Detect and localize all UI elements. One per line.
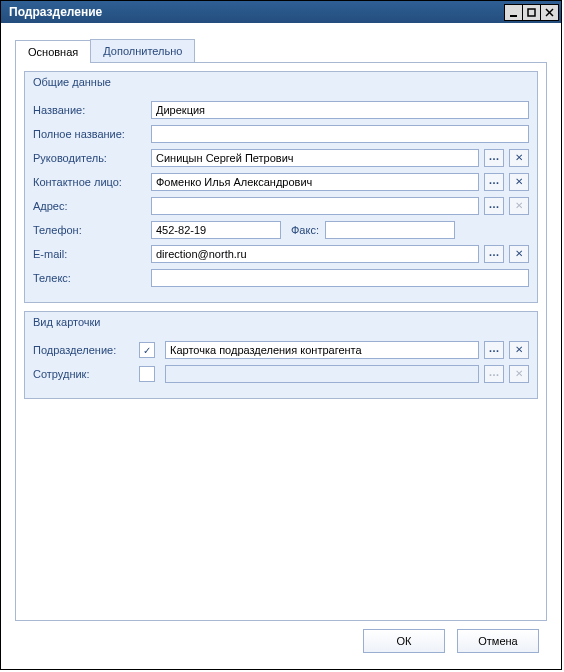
label-telex: Телекс:: [33, 272, 145, 284]
row-card-department: Подразделение:: [33, 338, 529, 362]
svg-rect-0: [510, 15, 517, 17]
row-contact: Контактное лицо:: [33, 170, 529, 194]
input-address[interactable]: [151, 197, 479, 215]
group-card-title: Вид карточки: [33, 316, 100, 328]
cancel-button[interactable]: Отмена: [457, 629, 539, 653]
lookup-card-employee-button: [484, 365, 504, 383]
lookup-head-button[interactable]: [484, 149, 504, 167]
clear-head-button[interactable]: [509, 149, 529, 167]
lookup-email-button[interactable]: [484, 245, 504, 263]
lookup-card-department-button[interactable]: [484, 341, 504, 359]
client-area: Основная Дополнительно Общие данные Назв…: [1, 23, 561, 669]
svg-rect-1: [528, 9, 535, 16]
lookup-contact-button[interactable]: [484, 173, 504, 191]
input-fax[interactable]: [325, 221, 455, 239]
group-card: Вид карточки Подразделение: Сотрудник:: [24, 311, 538, 399]
minimize-button[interactable]: [504, 4, 523, 21]
row-card-employee: Сотрудник:: [33, 362, 529, 386]
button-bar: ОК Отмена: [9, 621, 553, 661]
label-name: Название:: [33, 104, 145, 116]
row-address: Адрес:: [33, 194, 529, 218]
label-card-employee: Сотрудник:: [33, 368, 133, 380]
clear-card-department-button[interactable]: [509, 341, 529, 359]
clear-email-button[interactable]: [509, 245, 529, 263]
input-contact[interactable]: [151, 173, 479, 191]
label-address: Адрес:: [33, 200, 145, 212]
input-card-employee: [165, 365, 479, 383]
tab-page-main: Общие данные Название: Полное название: …: [15, 63, 547, 621]
tab-main[interactable]: Основная: [15, 40, 91, 63]
group-general: Общие данные Название: Полное название: …: [24, 71, 538, 303]
window-title: Подразделение: [9, 5, 504, 19]
input-fullname[interactable]: [151, 125, 529, 143]
row-phone: Телефон: Факс:: [33, 218, 529, 242]
label-contact: Контактное лицо:: [33, 176, 145, 188]
check-card-department[interactable]: [139, 342, 155, 358]
input-card-department[interactable]: [165, 341, 479, 359]
row-name: Название:: [33, 98, 529, 122]
label-phone: Телефон:: [33, 224, 145, 236]
label-card-department: Подразделение:: [33, 344, 133, 356]
titlebar: Подразделение: [1, 1, 561, 23]
row-telex: Телекс:: [33, 266, 529, 290]
row-head: Руководитель:: [33, 146, 529, 170]
tab-strip: Основная Дополнительно: [15, 39, 547, 63]
row-fullname: Полное название:: [33, 122, 529, 146]
label-fax: Факс:: [287, 224, 319, 236]
tab-extra[interactable]: Дополнительно: [90, 39, 195, 62]
label-head: Руководитель:: [33, 152, 145, 164]
close-button[interactable]: [541, 4, 559, 21]
label-fullname: Полное название:: [33, 128, 145, 140]
input-phone[interactable]: [151, 221, 281, 239]
input-email[interactable]: [151, 245, 479, 263]
check-card-employee[interactable]: [139, 366, 155, 382]
input-name[interactable]: [151, 101, 529, 119]
lookup-address-button[interactable]: [484, 197, 504, 215]
input-head[interactable]: [151, 149, 479, 167]
clear-contact-button[interactable]: [509, 173, 529, 191]
clear-address-button[interactable]: [509, 197, 529, 215]
group-general-title: Общие данные: [33, 76, 111, 88]
row-email: E-mail:: [33, 242, 529, 266]
input-telex[interactable]: [151, 269, 529, 287]
maximize-button[interactable]: [523, 4, 541, 21]
ok-button[interactable]: ОК: [363, 629, 445, 653]
window: Подразделение Основная Дополнительно Общ…: [0, 0, 562, 670]
clear-card-employee-button: [509, 365, 529, 383]
label-email: E-mail:: [33, 248, 145, 260]
